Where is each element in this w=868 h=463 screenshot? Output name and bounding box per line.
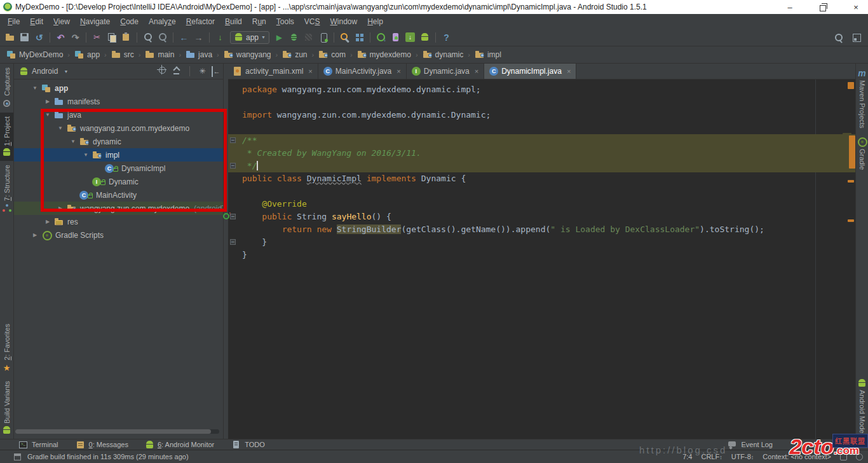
tree-expanded-icon[interactable]: ▼ bbox=[56, 125, 65, 131]
highlighting-level-icon[interactable] bbox=[840, 453, 847, 460]
stripe-button-android-model[interactable]: Android Model bbox=[856, 375, 868, 439]
warning-stripe-mark[interactable] bbox=[848, 219, 854, 222]
breadcrumb-dynamic[interactable]: dynamic bbox=[421, 49, 465, 60]
status-7[interactable]: 7:4 bbox=[682, 453, 692, 460]
tree-row-dynamicimpl[interactable]: CDynamicImpl bbox=[14, 162, 223, 175]
tree-collapsed-icon[interactable]: ▶ bbox=[31, 232, 39, 238]
toolwindow-button-0-messages[interactable]: 0: Messages bbox=[75, 439, 128, 450]
close-button[interactable]: × bbox=[849, 3, 863, 12]
tree-row-wangyang-zun-com-mydexdemo[interactable]: ▼wangyang.zun.com.mydexdemo bbox=[14, 121, 223, 135]
tree-row-manifests[interactable]: ▶manifests bbox=[14, 95, 223, 108]
menu-window[interactable]: Window bbox=[325, 16, 362, 27]
restore-button[interactable] bbox=[816, 3, 830, 11]
capture-button[interactable]: ↓ bbox=[213, 31, 227, 45]
tree-expanded-icon[interactable]: ▼ bbox=[43, 112, 52, 118]
hector-inspector-icon[interactable] bbox=[856, 453, 863, 460]
menu-build[interactable]: Build bbox=[220, 16, 247, 27]
breadcrumb-zun[interactable]: zun bbox=[281, 49, 308, 60]
tree-row-mainactivity[interactable]: CMainActivity bbox=[14, 188, 223, 202]
toolwindow-toggle-icon[interactable] bbox=[14, 453, 21, 460]
locate-button[interactable] bbox=[157, 65, 168, 78]
breadcrumb-mydexdemo[interactable]: mydexdemo bbox=[356, 49, 412, 60]
stripe-button-1-project[interactable]: 1: Project bbox=[0, 113, 13, 161]
warning-stripe-mark[interactable] bbox=[849, 135, 855, 169]
tab-close-icon[interactable]: × bbox=[567, 67, 571, 75]
menu-code[interactable]: Code bbox=[115, 16, 144, 27]
run-button[interactable]: ▶ bbox=[272, 31, 287, 45]
toolwindow-button-terminal[interactable]: Terminal bbox=[18, 439, 58, 450]
status-crlf[interactable]: CRLF↕ bbox=[701, 453, 722, 460]
tree-row-wangyang-zun-com-mydexdemo[interactable]: ▶wangyang.zun.com.mydexdemo(androidT bbox=[14, 202, 223, 215]
find-button[interactable] bbox=[140, 31, 155, 45]
panels-button[interactable] bbox=[850, 31, 864, 45]
tree-row-gradle-scripts[interactable]: ▶Gradle Scripts bbox=[14, 228, 223, 242]
breadcrumb-wangyang[interactable]: wangyang bbox=[222, 49, 273, 60]
breadcrumb-mydexdemo[interactable]: MyDexDemo bbox=[5, 49, 64, 60]
status-context[interactable]: Context: <no context> bbox=[763, 453, 831, 460]
undo-button[interactable]: ↶ bbox=[53, 31, 68, 45]
tab-dynamicimpl-java[interactable]: CDynamicImpl.java× bbox=[484, 64, 576, 79]
back-button[interactable]: ← bbox=[177, 31, 191, 45]
tree-expanded-icon[interactable]: ▼ bbox=[31, 85, 39, 91]
attach-debugger-button[interactable] bbox=[316, 31, 330, 45]
breadcrumb-impl[interactable]: impl bbox=[473, 49, 503, 60]
menu-file[interactable]: File bbox=[3, 16, 25, 27]
tree-expanded-icon[interactable]: ▼ bbox=[69, 139, 78, 144]
menu-run[interactable]: Run bbox=[247, 16, 271, 27]
toolwindow-button-event-log[interactable]: Event Log bbox=[727, 439, 773, 450]
tree-row-res[interactable]: ▶res bbox=[14, 215, 223, 228]
code-editor[interactable]: package wangyang.zun.com.mydexdemo.dynam… bbox=[228, 79, 855, 439]
stripe-button-captures[interactable]: Captures bbox=[0, 64, 13, 113]
tab-activity-main-xml[interactable]: activity_main.xml× bbox=[228, 64, 318, 79]
save-button[interactable] bbox=[17, 31, 32, 45]
stripe-button-gradle[interactable]: Gradle bbox=[856, 132, 868, 174]
copy-button[interactable] bbox=[104, 31, 119, 45]
paste-button[interactable] bbox=[119, 31, 133, 45]
tab-mainactivity-java[interactable]: CMainActivity.java× bbox=[318, 64, 407, 79]
tree-row-dynamic[interactable]: IDynamic bbox=[14, 175, 223, 188]
sdk-manager-button[interactable]: ↓ bbox=[403, 31, 417, 45]
toolwindow-button-6-android-monitor[interactable]: 6: Android Monitor bbox=[145, 440, 214, 450]
warning-stripe-mark[interactable] bbox=[848, 82, 854, 89]
breadcrumb-com[interactable]: com bbox=[317, 49, 347, 60]
minimize-button[interactable]: – bbox=[783, 3, 797, 12]
panel-splitter[interactable] bbox=[223, 64, 228, 439]
cut-button[interactable]: ✂ bbox=[90, 31, 104, 45]
search-everywhere-button[interactable] bbox=[831, 31, 846, 45]
redo-button[interactable]: ↷ bbox=[68, 31, 83, 45]
breadcrumb-java[interactable]: java bbox=[184, 49, 214, 60]
menu-view[interactable]: View bbox=[48, 16, 75, 27]
menu-help[interactable]: Help bbox=[362, 16, 388, 27]
status-utf-8[interactable]: UTF-8↕ bbox=[731, 453, 754, 460]
tree-row-app[interactable]: ▼app bbox=[14, 81, 223, 95]
avd-manager-button[interactable] bbox=[388, 31, 403, 45]
tree-collapsed-icon[interactable]: ▶ bbox=[56, 205, 65, 211]
tree-expanded-icon[interactable]: ▼ bbox=[81, 152, 90, 158]
breadcrumb-app[interactable]: app bbox=[73, 49, 101, 60]
menu-navigate[interactable]: Navigate bbox=[75, 16, 115, 27]
tree-row-impl[interactable]: ▼impl bbox=[14, 148, 223, 162]
menu-analyze[interactable]: Analyze bbox=[144, 16, 181, 27]
hide-panel-button[interactable]: ← bbox=[212, 66, 220, 77]
run-configuration-combo[interactable]: app▼ bbox=[230, 31, 269, 44]
device-monitor-button[interactable] bbox=[417, 31, 432, 45]
tree-row-dynamic[interactable]: ▼dynamic bbox=[14, 135, 223, 148]
tree-row-java[interactable]: ▼java bbox=[14, 108, 223, 121]
tree-collapsed-icon[interactable]: ▶ bbox=[43, 99, 52, 104]
menu-refactor[interactable]: Refactor bbox=[181, 16, 220, 27]
stripe-button-2-favorites[interactable]: 2: Favorites★ bbox=[0, 320, 13, 377]
collapse-all-button[interactable] bbox=[172, 65, 182, 78]
debug-button[interactable] bbox=[287, 31, 301, 45]
breadcrumb-src[interactable]: src bbox=[110, 49, 135, 60]
tab-close-icon[interactable]: × bbox=[397, 67, 400, 75]
fold-close-icon[interactable]: – bbox=[230, 239, 236, 245]
fold-open-icon[interactable]: – bbox=[230, 137, 236, 143]
warning-stripe-mark[interactable] bbox=[848, 180, 854, 183]
forward-button[interactable]: → bbox=[191, 31, 206, 45]
project-structure-button[interactable] bbox=[352, 31, 367, 45]
project-view-selector[interactable]: Android bbox=[32, 67, 58, 76]
fold-close-icon[interactable]: – bbox=[230, 163, 236, 169]
tree-hscrollbar[interactable] bbox=[15, 429, 219, 434]
error-stripe[interactable] bbox=[845, 79, 855, 439]
replace-button[interactable] bbox=[155, 31, 170, 45]
